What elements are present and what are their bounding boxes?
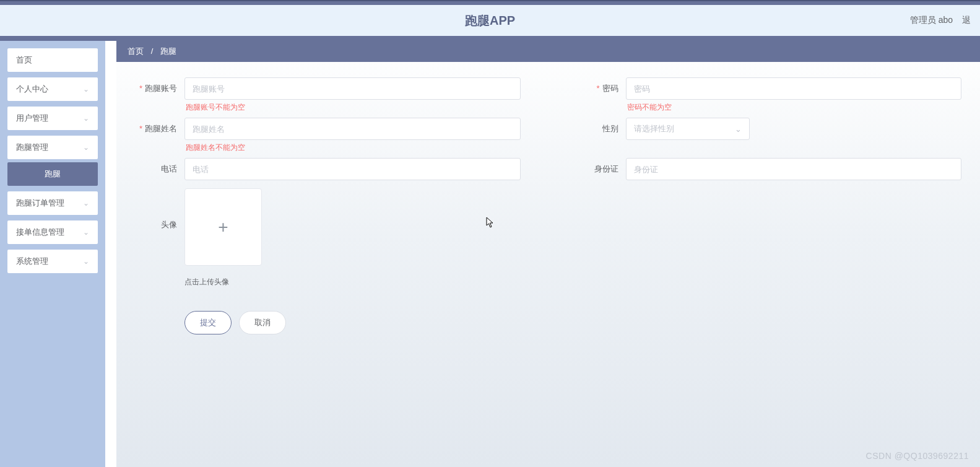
sidebar-item-home[interactable]: 首页 xyxy=(7,48,98,72)
chevron-down-icon: ⌄ xyxy=(735,124,742,134)
breadcrumb-home[interactable]: 首页 xyxy=(128,46,144,56)
form-item-phone: 电话 xyxy=(129,158,521,180)
sidebar-item-label: 接单信息管理 xyxy=(16,227,64,238)
phone-input[interactable] xyxy=(184,158,521,180)
gap-strip xyxy=(105,41,116,467)
name-input[interactable] xyxy=(184,118,521,140)
breadcrumb: 首页 / 跑腿 xyxy=(116,41,980,62)
form-item-idcard: 身份证 xyxy=(570,158,962,180)
sidebar-subitem-runner[interactable]: 跑腿 xyxy=(7,162,98,186)
label-phone: 电话 xyxy=(129,158,184,175)
form-item-password: 密码 密码不能为空 xyxy=(570,77,962,113)
sidebar-item-orders[interactable]: 跑腿订单管理 ⌄ xyxy=(7,191,98,215)
submit-button[interactable]: 提交 xyxy=(184,311,232,334)
form-area: 跑腿账号 跑腿账号不能为空 密码 密码不能为空 xyxy=(116,62,980,353)
label-password: 密码 xyxy=(570,77,626,94)
avatar-hint: 点击上传头像 xyxy=(184,277,521,287)
header-right: 管理员 abo 退 xyxy=(910,15,971,26)
breadcrumb-sep: / xyxy=(151,46,154,56)
form-item-avatar: 头像 + 点击上传头像 xyxy=(129,185,521,287)
password-input[interactable] xyxy=(626,77,962,100)
plus-icon: + xyxy=(218,217,228,237)
app-title: 跑腿APP xyxy=(465,12,515,29)
error-password: 密码不能为空 xyxy=(626,102,962,113)
sidebar-item-users[interactable]: 用户管理 ⌄ xyxy=(7,107,98,130)
idcard-input[interactable] xyxy=(626,158,962,180)
account-input[interactable] xyxy=(184,77,521,100)
form-item-gender: 性别 请选择性别 ⌄ xyxy=(570,118,962,140)
label-account: 跑腿账号 xyxy=(129,77,184,94)
sidebar-item-profile[interactable]: 个人中心 ⌄ xyxy=(7,77,98,101)
gender-select[interactable]: 请选择性别 ⌄ xyxy=(626,118,750,140)
sidebar-item-label: 系统管理 xyxy=(16,256,48,267)
chevron-down-icon: ⌄ xyxy=(83,228,89,237)
sidebar: 首页 个人中心 ⌄ 用户管理 ⌄ 跑腿管理 ⌄ 跑腿 跑腿订单管理 ⌄ 接单信息… xyxy=(0,41,105,467)
error-name: 跑腿姓名不能为空 xyxy=(184,142,521,153)
label-avatar: 头像 xyxy=(129,185,184,230)
header: 跑腿APP 管理员 abo 退 xyxy=(0,5,980,36)
chevron-down-icon: ⌄ xyxy=(83,257,89,266)
chevron-down-icon: ⌄ xyxy=(83,199,89,207)
chevron-down-icon: ⌄ xyxy=(83,114,89,123)
top-strip xyxy=(0,0,980,5)
sidebar-item-label: 用户管理 xyxy=(16,113,48,124)
button-row: 提交 取消 xyxy=(184,311,961,334)
sidebar-item-label: 个人中心 xyxy=(16,84,48,95)
sidebar-item-label: 跑腿订单管理 xyxy=(16,198,64,209)
sidebar-item-label: 跑腿管理 xyxy=(16,142,48,153)
sidebar-item-system[interactable]: 系统管理 ⌄ xyxy=(7,250,98,273)
error-account: 跑腿账号不能为空 xyxy=(184,102,521,113)
user-label[interactable]: 管理员 abo xyxy=(910,15,953,26)
label-idcard: 身份证 xyxy=(570,158,626,175)
form-item-account: 跑腿账号 跑腿账号不能为空 xyxy=(129,77,521,113)
chevron-down-icon: ⌄ xyxy=(83,143,89,152)
avatar-upload[interactable]: + xyxy=(184,188,262,266)
breadcrumb-current: 跑腿 xyxy=(160,46,176,56)
divider-bar xyxy=(0,36,980,41)
content: 首页 / 跑腿 跑腿账号 跑腿账号不能为空 密码 xyxy=(116,41,980,467)
label-name: 跑腿姓名 xyxy=(129,118,184,134)
chevron-down-icon: ⌄ xyxy=(83,85,89,94)
logout-link[interactable]: 退 xyxy=(962,15,971,26)
watermark: CSDN @QQ1039692211 xyxy=(866,451,969,461)
label-gender: 性别 xyxy=(570,118,626,134)
gender-placeholder: 请选择性别 xyxy=(634,123,674,134)
cancel-button[interactable]: 取消 xyxy=(239,311,286,334)
sidebar-item-accept[interactable]: 接单信息管理 ⌄ xyxy=(7,220,98,244)
sidebar-item-runner[interactable]: 跑腿管理 ⌄ xyxy=(7,136,98,159)
sidebar-item-label: 首页 xyxy=(16,55,32,66)
sidebar-subitem-label: 跑腿 xyxy=(45,169,61,178)
form-item-name: 跑腿姓名 跑腿姓名不能为空 xyxy=(129,118,521,153)
